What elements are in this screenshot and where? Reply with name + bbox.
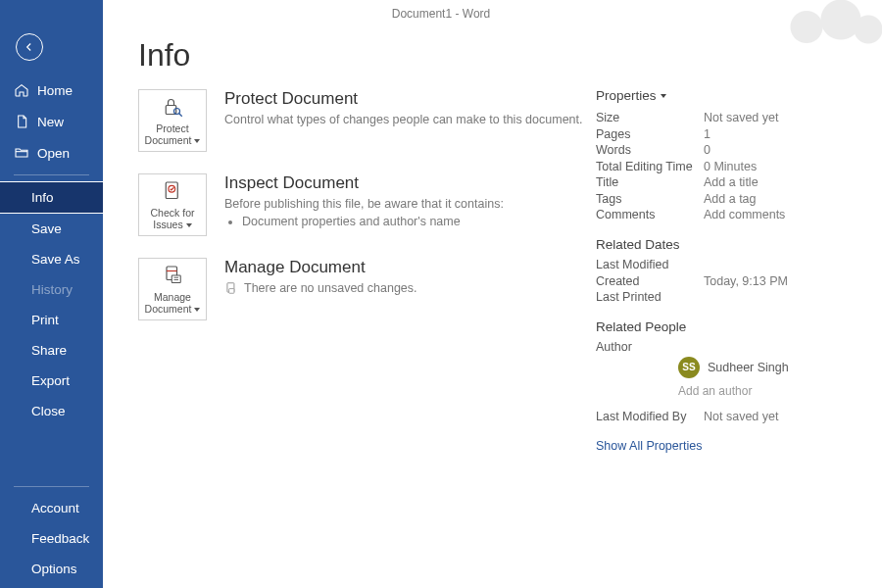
- sidebar-item-label: Info: [31, 190, 54, 205]
- sidebar-item-label: Account: [31, 501, 79, 515]
- sidebar-item-label: Share: [31, 343, 67, 358]
- prop-size-value: Not saved yet: [704, 111, 778, 124]
- properties-pane: Properties SizeNot saved yetPages1Words0…: [596, 88, 853, 453]
- sidebar-item-open[interactable]: Open: [0, 137, 103, 169]
- chevron-down-icon: [186, 223, 192, 227]
- sidebar-item-label: Open: [37, 146, 70, 161]
- lock-search-icon: [160, 95, 185, 119]
- prop-lastmod-label: Last Modified: [596, 258, 704, 271]
- prop-tet-label: Total Editing Time: [596, 160, 704, 173]
- inspect-heading: Inspect Document: [224, 173, 504, 193]
- page-title: Info: [138, 37, 847, 74]
- chevron-down-icon: [194, 139, 200, 143]
- prop-tet-value: 0 Minutes: [704, 160, 757, 173]
- related-people-heading: Related People: [596, 319, 853, 334]
- document-manage-icon: [160, 264, 185, 287]
- author-entry[interactable]: SS Sudheer Singh: [678, 357, 853, 378]
- sidebar-item-label: Home: [37, 83, 73, 98]
- sidebar-item-label: Save: [31, 221, 62, 236]
- sidebar-item-save[interactable]: Save: [0, 214, 103, 244]
- author-label: Author: [596, 340, 704, 354]
- prop-tags-label: Tags: [596, 192, 704, 206]
- inspect-issue-item: Document properties and author's name: [242, 215, 504, 228]
- sidebar-item-new[interactable]: New: [0, 106, 103, 137]
- document-small-icon: [224, 281, 238, 295]
- check-for-issues-button[interactable]: Check for Issues: [138, 173, 207, 236]
- prop-comm-value[interactable]: Add comments: [704, 208, 785, 221]
- svg-line-2: [179, 114, 182, 117]
- author-avatar: SS: [678, 357, 700, 378]
- svg-rect-6: [172, 275, 180, 283]
- back-button[interactable]: [16, 33, 43, 61]
- protect-document-button[interactable]: Protect Document: [138, 89, 207, 152]
- manage-desc: There are no unsaved changes.: [244, 281, 417, 295]
- prop-pages-value: 1: [704, 127, 710, 141]
- prop-title-value[interactable]: Add a title: [704, 175, 759, 189]
- prop-comm-label: Comments: [596, 208, 704, 221]
- window-title: Document1 - Word: [0, 0, 882, 27]
- sidebar-item-label: Feedback: [31, 531, 89, 546]
- sidebar-item-label: Export: [31, 373, 70, 388]
- prop-title-label: Title: [596, 175, 704, 189]
- sidebar-item-feedback[interactable]: Feedback: [0, 523, 103, 554]
- properties-dropdown[interactable]: Properties: [596, 88, 853, 103]
- arrow-left-icon: [23, 40, 36, 54]
- show-all-properties-link[interactable]: Show All Properties: [596, 439, 853, 453]
- sidebar-item-account[interactable]: Account: [0, 493, 103, 523]
- chevron-down-icon: [661, 94, 666, 98]
- manage-heading: Manage Document: [224, 258, 417, 277]
- last-modified-by-value: Not saved yet: [704, 410, 778, 423]
- inspect-desc: Before publishing this file, be aware th…: [224, 197, 504, 211]
- svg-rect-8: [229, 289, 234, 294]
- sidebar-item-options[interactable]: Options: [0, 554, 103, 584]
- author-name: Sudheer Singh: [708, 361, 789, 374]
- add-author-link[interactable]: Add an author: [678, 384, 853, 398]
- prop-words-label: Words: [596, 143, 704, 157]
- sidebar-item-export[interactable]: Export: [0, 366, 103, 396]
- backstage-sidebar: HomeNewOpen InfoSaveSave AsHistoryPrintS…: [0, 0, 103, 588]
- sidebar-item-print[interactable]: Print: [0, 305, 103, 335]
- prop-created-label: Created: [596, 274, 704, 288]
- sidebar-item-label: Options: [31, 562, 77, 576]
- document-check-icon: [160, 179, 185, 203]
- manage-document-button[interactable]: Manage Document: [138, 258, 207, 320]
- sidebar-item-label: History: [31, 282, 73, 297]
- sidebar-item-label: Print: [31, 313, 59, 327]
- related-dates-heading: Related Dates: [596, 237, 853, 252]
- svg-point-1: [174, 108, 180, 114]
- prop-created-value: Today, 9:13 PM: [704, 274, 788, 288]
- last-modified-by-label: Last Modified By: [596, 410, 704, 423]
- sidebar-item-close[interactable]: Close: [0, 396, 103, 426]
- protect-heading: Protect Document: [224, 89, 583, 109]
- protect-desc: Control what types of changes people can…: [224, 113, 583, 126]
- prop-size-label: Size: [596, 111, 704, 124]
- prop-printed-label: Last Printed: [596, 290, 704, 304]
- sidebar-item-info[interactable]: Info: [0, 181, 103, 214]
- sidebar-item-label: Save As: [31, 252, 80, 267]
- sidebar-item-saveas[interactable]: Save As: [0, 244, 103, 274]
- prop-pages-label: Pages: [596, 127, 704, 141]
- inspect-issues-list: Document properties and author's name: [242, 215, 504, 228]
- chevron-down-icon: [194, 308, 200, 312]
- sidebar-item-share[interactable]: Share: [0, 335, 103, 366]
- prop-words-value: 0: [704, 143, 710, 157]
- sidebar-item-label: New: [37, 115, 64, 129]
- sidebar-item-label: Close: [31, 404, 66, 418]
- sidebar-item-history: History: [0, 274, 103, 305]
- prop-tags-value[interactable]: Add a tag: [704, 192, 757, 206]
- sidebar-item-home[interactable]: Home: [0, 74, 103, 106]
